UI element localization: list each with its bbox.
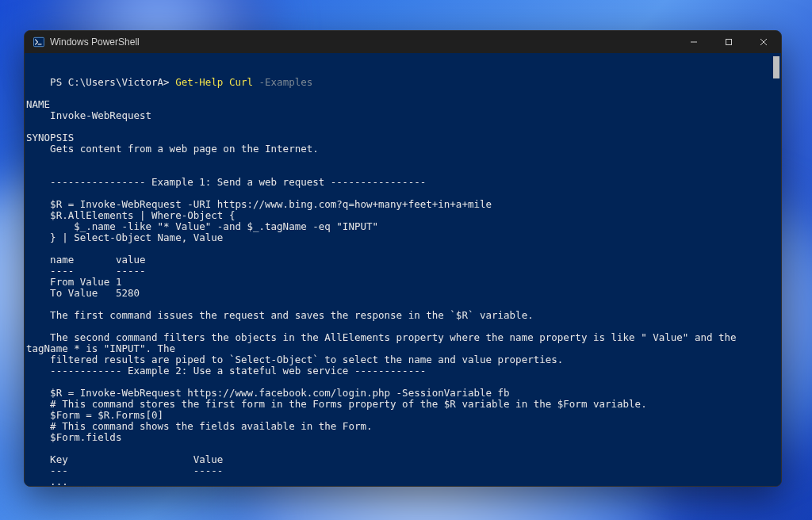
command-argument: Curl bbox=[229, 76, 259, 88]
powershell-window: Windows PowerShell PS C:\Users\VictorA> … bbox=[24, 30, 782, 487]
prompt-line: PS C:\Users\VictorA> Get-Help Curl -Exam… bbox=[50, 76, 312, 88]
close-button[interactable] bbox=[746, 31, 781, 53]
window-title: Windows PowerShell bbox=[50, 36, 140, 48]
terminal-output: NAME Invoke-WebRequest SYNOPSIS Gets con… bbox=[26, 98, 742, 486]
command-parameter: -Examples bbox=[259, 76, 313, 88]
command-token: Get-Help bbox=[175, 76, 229, 88]
scrollbar-thumb[interactable] bbox=[773, 56, 779, 78]
powershell-icon bbox=[33, 36, 45, 48]
svg-rect-3 bbox=[726, 40, 732, 45]
minimize-button[interactable] bbox=[676, 31, 711, 53]
terminal-viewport[interactable]: PS C:\Users\VictorA> Get-Help Curl -Exam… bbox=[25, 53, 781, 486]
maximize-button[interactable] bbox=[711, 31, 746, 53]
prompt-path: PS C:\Users\VictorA> bbox=[50, 76, 175, 88]
svg-rect-0 bbox=[33, 37, 44, 46]
titlebar[interactable]: Windows PowerShell bbox=[25, 31, 781, 53]
